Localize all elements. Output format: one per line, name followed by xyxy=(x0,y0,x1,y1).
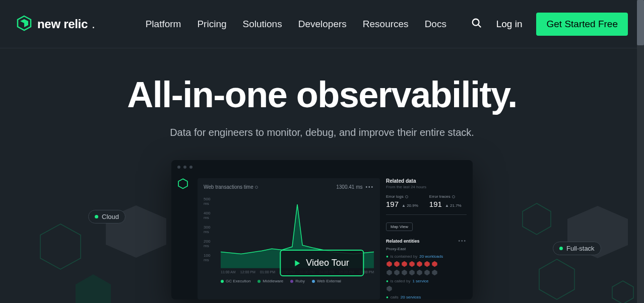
brand-dot: . xyxy=(92,17,95,31)
product-dashboard-preview: Web transactions time 1300.41 ms ••• 500… xyxy=(171,160,473,299)
hex-decor-icon xyxy=(610,279,636,303)
svg-line-3 xyxy=(478,24,481,27)
svg-marker-23 xyxy=(432,270,437,276)
brand-logo[interactable]: new relic . xyxy=(16,15,95,33)
xtick: 01:00 PM xyxy=(260,270,275,274)
play-icon xyxy=(295,260,300,266)
svg-marker-7 xyxy=(539,259,574,299)
chart-value: 1300.41 ms xyxy=(336,184,362,190)
brand-name: new relic xyxy=(37,17,88,31)
map-view-button[interactable]: Map View xyxy=(386,222,413,231)
legend-label: Web External xyxy=(317,279,341,283)
legend-dot-icon xyxy=(290,280,293,283)
hex-decor-icon xyxy=(71,272,116,303)
window-controls xyxy=(171,160,473,174)
svg-marker-18 xyxy=(394,270,399,276)
service-hex-row xyxy=(386,285,467,292)
stat-delta: ▲ 21.7% xyxy=(445,203,462,208)
stat-error-traces: Error traces 191▲ 21.7% xyxy=(429,194,462,208)
related-title: Related data xyxy=(386,178,467,184)
svg-marker-16 xyxy=(432,261,437,267)
dashboard-logo-icon xyxy=(177,178,188,189)
svg-marker-8 xyxy=(612,281,633,303)
ytick: 500 ms xyxy=(204,197,210,206)
info-icon xyxy=(452,195,455,198)
persona-badge-cloud: Cloud xyxy=(88,210,125,223)
svg-marker-12 xyxy=(402,261,407,267)
sidebar-panel: Related data From the last 24 hours Erro… xyxy=(386,178,467,299)
window-dot-icon xyxy=(177,166,180,169)
search-icon[interactable] xyxy=(471,18,482,31)
hex-decor-icon xyxy=(534,257,579,302)
persona-badge-fullstack: Full-stack xyxy=(553,242,601,255)
legend-label: Middleware xyxy=(263,279,283,283)
svg-marker-11 xyxy=(394,261,399,267)
entities-title: Related entities xyxy=(386,239,420,244)
nav-docs[interactable]: Docs xyxy=(425,19,446,30)
chart-panel: Web transactions time 1300.41 ms ••• 500… xyxy=(198,178,380,299)
hero-subtitle: Data for engineers to monitor, debug, an… xyxy=(0,127,644,138)
nav-solutions[interactable]: Solutions xyxy=(243,19,282,30)
info-icon xyxy=(255,186,258,189)
svg-marker-22 xyxy=(424,270,429,276)
entity-name: Proxy-East xyxy=(386,247,467,251)
stat-value: 197 xyxy=(386,200,399,208)
more-icon: ••• xyxy=(458,238,467,244)
svg-marker-24 xyxy=(387,286,392,292)
chart-title: Web transactions time xyxy=(204,184,336,190)
xtick: 12:00 PM xyxy=(240,270,255,274)
nav-platform[interactable]: Platform xyxy=(146,19,181,30)
site-header: new relic . Platform Pricing Solutions D… xyxy=(0,0,644,48)
video-tour-label: Video Tour xyxy=(306,258,349,268)
more-icon: ••• xyxy=(365,184,374,190)
get-started-button[interactable]: Get Started Free xyxy=(536,13,628,36)
nav-developers[interactable]: Developers xyxy=(298,19,347,30)
scrollbar[interactable] xyxy=(637,0,644,303)
scrollbar-thumb[interactable] xyxy=(637,0,644,45)
window-dot-icon xyxy=(183,166,186,169)
svg-marker-13 xyxy=(409,261,414,267)
video-tour-button[interactable]: Video Tour xyxy=(280,250,364,276)
hex-decor-icon xyxy=(35,221,86,272)
header-actions: Log in Get Started Free xyxy=(471,13,628,36)
nav-pricing[interactable]: Pricing xyxy=(197,19,226,30)
hero-title: All-in-one observability. xyxy=(0,77,644,113)
legend-label: Ruby xyxy=(295,279,305,283)
nav-resources[interactable]: Resources xyxy=(363,19,409,30)
svg-marker-20 xyxy=(409,270,414,276)
svg-marker-10 xyxy=(387,261,392,267)
stat-delta: ▲ 20.9% xyxy=(402,203,418,208)
svg-marker-17 xyxy=(387,270,392,276)
relation-calls: ●calls20 services xyxy=(386,295,467,299)
primary-nav: Platform Pricing Solutions Developers Re… xyxy=(146,19,446,30)
related-subtitle: From the last 24 hours xyxy=(386,185,467,189)
svg-marker-5 xyxy=(76,274,111,303)
window-dot-icon xyxy=(189,166,192,169)
chart-legend: GC Execution Middleware Ruby Web Externa… xyxy=(204,279,374,283)
xtick: 11:00 AM xyxy=(221,270,236,274)
workload-hex-row xyxy=(386,261,467,267)
relation-called-by: ●is called by1 service xyxy=(386,279,467,283)
ytick: 400 ms xyxy=(204,211,210,220)
svg-marker-1 xyxy=(20,19,28,27)
stat-error-logs: Error logs 197▲ 20.9% xyxy=(386,194,418,208)
status-dot-icon xyxy=(559,247,563,250)
badge-label: Full-stack xyxy=(566,245,595,252)
legend-dot-icon xyxy=(221,280,224,283)
legend-dot-icon xyxy=(257,280,261,283)
login-link[interactable]: Log in xyxy=(496,19,523,30)
ytick: 200 ms xyxy=(204,239,210,248)
logo-icon xyxy=(16,15,32,33)
stat-value: 191 xyxy=(429,200,442,208)
svg-marker-9 xyxy=(178,179,187,188)
svg-marker-4 xyxy=(40,224,81,269)
legend-dot-icon xyxy=(312,280,315,283)
svg-marker-21 xyxy=(417,270,422,276)
info-icon xyxy=(405,195,408,198)
svg-marker-14 xyxy=(417,261,422,267)
svg-point-2 xyxy=(472,19,479,25)
workload-hex-row xyxy=(386,269,467,276)
ytick: 300 ms xyxy=(204,225,210,234)
relation-contained: ●is contained by20 workloads xyxy=(386,254,467,259)
svg-marker-6 xyxy=(523,203,551,235)
